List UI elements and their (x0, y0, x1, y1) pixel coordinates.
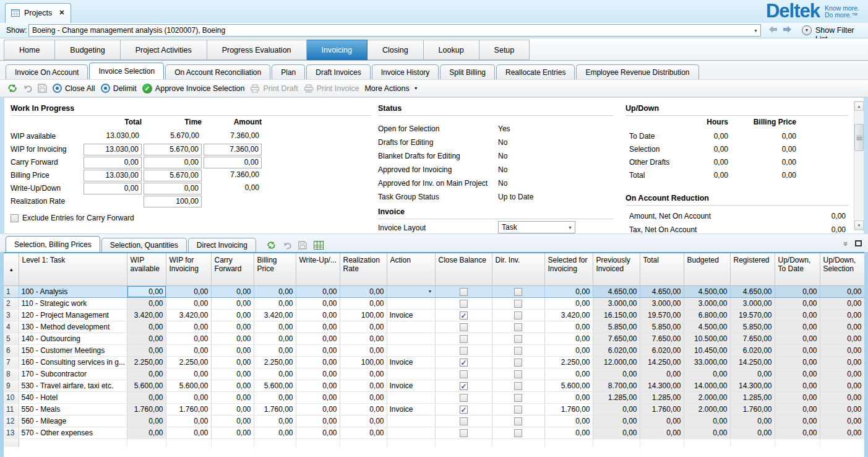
dir-inv-checkbox[interactable] (514, 417, 522, 425)
row-number[interactable]: 8 (4, 368, 19, 380)
exclude-entries-checkbox-row[interactable]: Exclude Entries for Carry Forward (11, 214, 134, 222)
close-balance-checkbox[interactable] (460, 347, 468, 355)
row-number[interactable]: 2 (4, 297, 19, 309)
close-balance-checkbox[interactable] (460, 417, 468, 425)
sub-tab-invoice-history[interactable]: Invoice History (372, 64, 439, 79)
cell-carry-forward[interactable]: 0,00 (211, 344, 254, 356)
grid-column-header-level-1-task[interactable]: Level 1: Task (19, 253, 127, 285)
cell-registered[interactable]: 7.650,00 (730, 333, 775, 344)
wip-wip-for-invoicing-amount[interactable]: 7.360,00 (204, 144, 262, 155)
cell-task[interactable]: 550 - Meals (19, 403, 127, 415)
table-row[interactable]: 11550 - Meals1.760,001.760,000,001.760,0… (4, 403, 864, 415)
cell-wip-for-invoicing[interactable]: 0,00 (166, 321, 211, 333)
cell-updown-selection[interactable]: 0,00 (820, 333, 864, 344)
grid-column-header-budgeted[interactable]: Budgeted (684, 253, 730, 285)
save-icon[interactable] (38, 84, 47, 93)
cell-previously-invoiced[interactable]: 3.000,00 (593, 297, 640, 309)
grid-column-header-dir-inv[interactable]: Dir. Inv. (492, 253, 544, 285)
cell-billing-price[interactable]: 0,00 (254, 415, 296, 427)
dir-inv-checkbox[interactable] (514, 370, 522, 378)
cell-action[interactable] (387, 391, 435, 403)
cell-total[interactable]: 0,00 (640, 415, 684, 427)
cell-total[interactable]: 5.850,00 (640, 321, 684, 333)
print-invoice-button[interactable]: Print Invoice (304, 84, 359, 93)
cell-write-up[interactable]: 0,00 (296, 427, 340, 438)
cell-budgeted[interactable]: 6.800,00 (684, 309, 730, 321)
dir-inv-checkbox[interactable] (514, 323, 522, 331)
cell-previously-invoiced[interactable]: 0,00 (593, 368, 640, 380)
cell-write-up[interactable]: 0,00 (296, 380, 340, 391)
document-tab-projects[interactable]: Projects ✕ (5, 3, 71, 23)
cell-registered[interactable]: 6.020,00 (730, 344, 775, 356)
cell-realization-rate[interactable]: 0,00 (340, 368, 387, 380)
close-tab-icon[interactable]: ✕ (59, 9, 64, 17)
row-number[interactable]: 9 (4, 380, 19, 391)
row-number[interactable]: 12 (4, 415, 19, 427)
cell-realization-rate[interactable]: 0,00 (340, 344, 387, 356)
main-tab-setup[interactable]: Setup (479, 40, 530, 60)
sub-tab-invoice-on-account[interactable]: Invoice On Account (6, 64, 88, 79)
main-tab-budgeting[interactable]: Budgeting (55, 40, 120, 60)
row-number[interactable]: 13 (4, 427, 19, 438)
sub-tab-invoice-selection[interactable]: Invoice Selection (89, 63, 164, 79)
cell-wip-for-invoicing[interactable]: 1.760,00 (166, 403, 211, 415)
row-number[interactable]: 7 (4, 356, 19, 368)
print-draft-button[interactable]: Print Draft (250, 84, 298, 93)
row-number[interactable]: 3 (4, 309, 19, 321)
close-balance-checkbox[interactable] (460, 311, 468, 320)
cell-task[interactable]: 560 - Mileage (19, 415, 127, 427)
grid-column-header-write-up[interactable]: Write-Up/... (296, 253, 340, 285)
table-row[interactable]: 9530 - Travel airfare, taxi etc.5.600,00… (4, 380, 864, 391)
wip-carry-forward-time[interactable]: 0,00 (144, 157, 202, 168)
cell-total[interactable]: 19.570,00 (640, 309, 684, 321)
grid-column-header-close-balance[interactable]: Close Balance (435, 253, 492, 285)
cell-previously-invoiced[interactable]: 8.700,00 (593, 380, 640, 391)
grid-tab-selection-quantities[interactable]: Selection, Quantities (101, 238, 187, 252)
cell-updown-selection[interactable]: 0,00 (820, 356, 864, 368)
cell-budgeted[interactable]: 4.500,00 (684, 321, 730, 333)
cell-realization-rate[interactable]: 0,00 (340, 427, 387, 438)
cell-updown-selection[interactable]: 0,00 (820, 427, 864, 438)
cell-wip-for-invoicing[interactable]: 2.250,00 (166, 356, 211, 368)
cell-billing-price[interactable]: 0,00 (254, 333, 296, 344)
close-balance-checkbox[interactable] (460, 382, 468, 390)
grid-column-header-previously-invoiced[interactable]: Previously Invoiced (593, 253, 640, 285)
cell-carry-forward[interactable]: 0,00 (211, 427, 254, 438)
table-row[interactable]: 8170 - Subcontractor0,000,000,000,000,00… (4, 368, 864, 380)
cell-selected-for-invoicing[interactable]: 0,00 (544, 321, 593, 333)
cell-realization-rate[interactable]: 0,00 (340, 285, 387, 297)
main-tab-invoicing[interactable]: Invoicing (307, 40, 367, 60)
cell-total[interactable]: 0,00 (640, 368, 684, 380)
cell-total[interactable]: 0,00 (640, 427, 684, 438)
dir-inv-checkbox[interactable] (514, 311, 522, 320)
cell-wip-available[interactable]: 0,00 (127, 285, 166, 297)
cell-updown-to-date[interactable]: 0,00 (775, 356, 820, 368)
close-balance-checkbox[interactable] (460, 406, 468, 414)
cell-registered[interactable]: 0,00 (730, 368, 775, 380)
cell-billing-price[interactable]: 0,00 (254, 344, 296, 356)
grid-column-header-registered[interactable]: Registered (730, 253, 775, 285)
cell-write-up[interactable]: 0,00 (296, 309, 340, 321)
cell-carry-forward[interactable]: 0,00 (211, 403, 254, 415)
cell-updown-to-date[interactable]: 0,00 (775, 403, 820, 415)
panel-vertical-scrollbar[interactable]: ▲ ▼ (854, 101, 864, 230)
sub-tab-plan[interactable]: Plan (272, 64, 305, 79)
cell-registered[interactable]: 19.570,00 (730, 309, 775, 321)
cell-carry-forward[interactable]: 0,00 (211, 285, 254, 297)
grid-column-header-realization-rate[interactable]: Realization Rate (340, 253, 387, 285)
cell-selected-for-invoicing[interactable]: 5.600,00 (544, 380, 593, 391)
sub-tab-employee-revenue-distribution[interactable]: Employee Revenue Distribution (576, 64, 698, 79)
close-balance-checkbox[interactable] (460, 429, 468, 437)
main-tab-closing[interactable]: Closing (367, 40, 424, 60)
cell-updown-selection[interactable]: 0,00 (820, 403, 864, 415)
table-row[interactable]: 4130 - Method development0,000,000,000,0… (4, 321, 864, 333)
cell-budgeted[interactable]: 0,00 (684, 427, 730, 438)
wip-billing-price-total[interactable]: 13.030,00 (84, 170, 142, 181)
cell-updown-selection[interactable]: 0,00 (820, 321, 864, 333)
cell-total[interactable]: 4.650,00 (640, 285, 684, 297)
maximize-panel-icon[interactable] (855, 240, 862, 246)
cell-action[interactable] (387, 368, 435, 380)
cell-action[interactable]: Invoice (387, 380, 435, 391)
cell-wip-for-invoicing[interactable]: 0,00 (166, 391, 211, 403)
grid-column-header-total[interactable]: Total (640, 253, 684, 285)
